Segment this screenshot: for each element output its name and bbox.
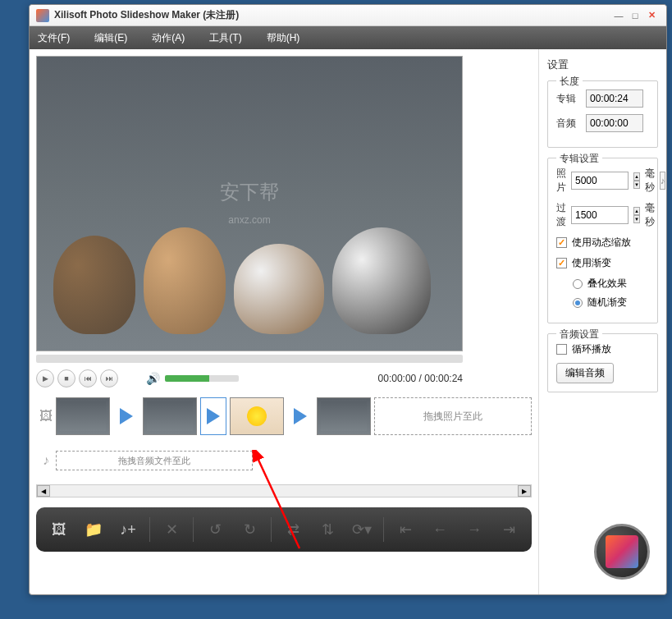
timeline-scrollbar[interactable]: ◀ ▶ bbox=[36, 484, 532, 497]
preview-area: 安下帮anxz.com bbox=[36, 56, 463, 351]
transition-duration-down[interactable]: ▼ bbox=[633, 215, 640, 223]
photo-duration-down[interactable]: ▼ bbox=[633, 181, 640, 189]
audio-track-icon: ♪ bbox=[36, 440, 56, 481]
timeline-thumb-1[interactable] bbox=[56, 397, 110, 435]
audio-length-value bbox=[586, 114, 643, 132]
add-audio-button[interactable]: ♪+ bbox=[115, 516, 141, 543]
transition-duration-unit: 毫秒 bbox=[645, 201, 655, 229]
titlebar: Xilisoft Photo Slideshow Maker (未注册) — □… bbox=[30, 5, 666, 26]
photo-drop-zone[interactable]: 拖拽照片至此 bbox=[374, 397, 532, 435]
length-fieldset: 长度 专辑 音频 bbox=[547, 80, 658, 148]
add-folder-button[interactable]: 📁 bbox=[80, 516, 107, 543]
album-settings-fieldset: 专辑设置 照片 ▲ ▼ 毫秒 ♪ 过渡 ▲ ▼ bbox=[547, 158, 658, 323]
export-button[interactable] bbox=[594, 524, 650, 580]
move-first-button[interactable]: ⇤ bbox=[392, 516, 418, 543]
menu-file[interactable]: 文件(F) bbox=[38, 31, 70, 45]
preview-image: 安下帮anxz.com bbox=[37, 57, 462, 351]
album-settings-legend: 专辑设置 bbox=[556, 152, 602, 166]
move-last-button[interactable]: ⇥ bbox=[496, 516, 522, 543]
loop-checkbox[interactable] bbox=[556, 344, 567, 355]
app-icon bbox=[36, 9, 49, 22]
refresh-button[interactable]: ⟳▾ bbox=[349, 516, 375, 543]
timeline-thumb-2[interactable] bbox=[143, 397, 197, 435]
transition-duration-label: 过渡 bbox=[556, 201, 566, 229]
window-title: Xilisoft Photo Slideshow Maker (未注册) bbox=[54, 8, 610, 22]
transition-3[interactable] bbox=[287, 397, 313, 435]
transition-duration-up[interactable]: ▲ bbox=[633, 207, 640, 215]
rotate-cw-button[interactable]: ↻ bbox=[236, 516, 263, 543]
settings-title: 设置 bbox=[547, 57, 658, 72]
timeline-thumb-3[interactable] bbox=[230, 397, 284, 435]
audio-settings-legend: 音频设置 bbox=[556, 328, 602, 342]
flip-h-button[interactable]: ⇄ bbox=[280, 516, 306, 543]
rotate-ccw-button[interactable]: ↺ bbox=[202, 516, 228, 543]
photo-track-icon: 🖼 bbox=[36, 396, 56, 437]
move-right-button[interactable]: → bbox=[461, 516, 487, 543]
transition-1[interactable] bbox=[113, 397, 139, 435]
audio-length-label: 音频 bbox=[556, 117, 581, 131]
length-legend: 长度 bbox=[556, 75, 583, 89]
minimize-button[interactable]: — bbox=[610, 9, 627, 22]
timeline-slider[interactable] bbox=[36, 355, 463, 363]
photo-duration-up[interactable]: ▲ bbox=[633, 172, 640, 181]
use-zoom-label: 使用动态缩放 bbox=[572, 236, 631, 250]
left-panel: 安下帮anxz.com ▶ ■ ⏮ ⏭ 🔊 00:00:00 / 00:00:2… bbox=[30, 49, 538, 594]
music-sync-button[interactable]: ♪ bbox=[660, 172, 666, 190]
stop-button[interactable]: ■ bbox=[57, 369, 75, 387]
photo-duration-input[interactable] bbox=[571, 172, 629, 190]
scroll-left-button[interactable]: ◀ bbox=[37, 485, 50, 497]
random-transition-label: 随机渐变 bbox=[587, 296, 627, 310]
use-zoom-checkbox[interactable] bbox=[556, 237, 567, 248]
volume-slider[interactable] bbox=[165, 375, 239, 382]
transition-duration-input[interactable] bbox=[571, 206, 629, 224]
photo-duration-label: 照片 bbox=[556, 167, 566, 195]
scroll-right-button[interactable]: ▶ bbox=[518, 485, 531, 497]
flip-v-button[interactable]: ⇅ bbox=[314, 516, 341, 543]
photo-duration-unit: 毫秒 bbox=[645, 167, 655, 195]
use-transition-checkbox[interactable] bbox=[556, 258, 567, 268]
timeline-area: 🖼 拖拽照片至此 ♪ 拖拽音频文件至此 bbox=[36, 396, 532, 497]
next-button[interactable]: ⏭ bbox=[100, 369, 118, 387]
use-transition-label: 使用渐变 bbox=[572, 256, 611, 270]
settings-panel: 设置 长度 专辑 音频 专辑设置 照片 ▲ bbox=[538, 49, 666, 594]
maximize-button[interactable]: □ bbox=[627, 9, 643, 22]
close-button[interactable]: ✕ bbox=[643, 9, 660, 22]
move-left-button[interactable]: ← bbox=[427, 516, 453, 543]
timeline-thumb-4[interactable] bbox=[317, 397, 371, 435]
album-length-label: 专辑 bbox=[556, 92, 581, 106]
menubar: 文件(F) 编辑(E) 动作(A) 工具(T) 帮助(H) bbox=[30, 26, 666, 49]
edit-audio-button[interactable]: 编辑音频 bbox=[556, 363, 614, 383]
time-display: 00:00:00 / 00:00:24 bbox=[378, 373, 463, 384]
menu-help[interactable]: 帮助(H) bbox=[267, 31, 300, 45]
app-window: Xilisoft Photo Slideshow Maker (未注册) — □… bbox=[29, 4, 667, 595]
loop-label: 循环播放 bbox=[572, 342, 611, 356]
menu-edit[interactable]: 编辑(E) bbox=[94, 31, 127, 45]
album-length-value bbox=[586, 89, 643, 108]
add-photo-button[interactable]: 🖼 bbox=[46, 516, 72, 543]
random-transition-radio[interactable] bbox=[573, 298, 583, 308]
play-button[interactable]: ▶ bbox=[36, 369, 54, 387]
menu-action[interactable]: 动作(A) bbox=[152, 31, 185, 45]
bottom-toolbar: 🖼 📁 ♪+ ✕ ↺ ↻ ⇄ ⇅ ⟳▾ ⇤ ← → ⇥ bbox=[36, 507, 532, 552]
stack-effect-radio[interactable] bbox=[573, 279, 583, 289]
watermark: 安下帮anxz.com bbox=[220, 179, 279, 228]
transition-2[interactable] bbox=[200, 397, 226, 435]
menu-tools[interactable]: 工具(T) bbox=[209, 31, 241, 45]
playback-controls: ▶ ■ ⏮ ⏭ 🔊 00:00:00 / 00:00:24 bbox=[36, 369, 463, 387]
volume-icon: 🔊 bbox=[146, 372, 160, 385]
prev-button[interactable]: ⏮ bbox=[79, 369, 97, 387]
stack-effect-label: 叠化效果 bbox=[587, 277, 627, 291]
delete-button[interactable]: ✕ bbox=[158, 516, 185, 543]
audio-drop-zone[interactable]: 拖拽音频文件至此 bbox=[56, 451, 253, 470]
audio-settings-fieldset: 音频设置 循环播放 编辑音频 bbox=[547, 333, 658, 392]
